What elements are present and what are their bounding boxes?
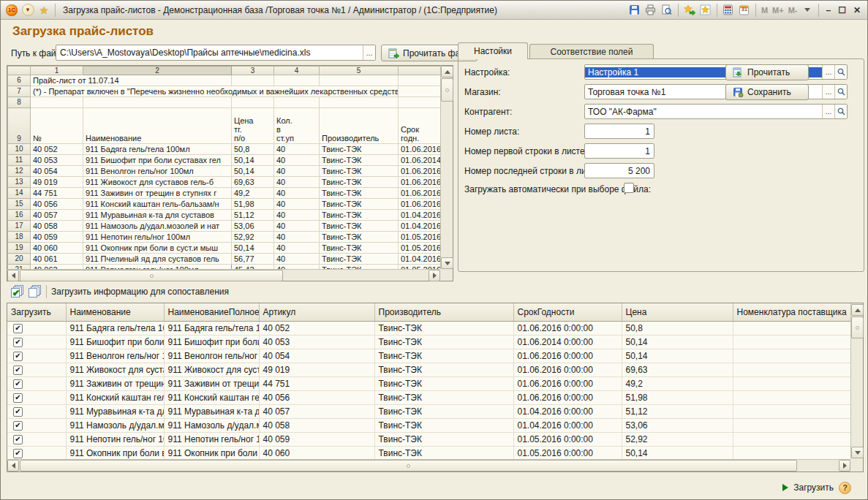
match-col-header[interactable]: Наименование bbox=[66, 303, 164, 321]
sheet-row-header[interactable]: 9 bbox=[8, 108, 31, 144]
match-cell-full_name[interactable]: 911 Бадяга гель/тела 100... bbox=[164, 321, 259, 335]
match-cell-name[interactable]: 911 Конский каштан гель... bbox=[66, 390, 164, 404]
sheet-cell[interactable]: Твинс-ТЭК bbox=[320, 243, 399, 254]
match-cell-expiry[interactable]: 01.06.2016 0:00:00 bbox=[513, 349, 622, 363]
sheet-cell[interactable] bbox=[232, 97, 274, 108]
match-cell-price[interactable]: 50,14 bbox=[622, 335, 733, 349]
sheet-cell[interactable]: Цена тг. п/о bbox=[232, 108, 274, 144]
sheet-cell[interactable]: 01.06.2016 bbox=[399, 199, 441, 210]
maximize-button[interactable]: ☐ bbox=[834, 5, 850, 15]
sheet-cell[interactable]: 40 053 bbox=[31, 155, 83, 166]
sheet-cell[interactable]: 911 Заживин от трещин в ступнях г bbox=[83, 188, 232, 199]
sheet-cell[interactable] bbox=[83, 97, 232, 108]
sheet-cell[interactable]: 01.04.2016 bbox=[399, 210, 441, 221]
match-col-header[interactable]: Цена bbox=[622, 303, 733, 321]
memory-m-button[interactable]: M bbox=[759, 6, 770, 15]
match-cell-manufacturer[interactable]: Твинс-ТЭК bbox=[374, 404, 513, 418]
sheet-cell[interactable]: Твинс-ТЭК bbox=[320, 221, 399, 232]
row-checkbox[interactable]: ✔ bbox=[13, 379, 23, 389]
match-cell-full_name[interactable]: 911 Окопник при боли в с... bbox=[164, 446, 259, 460]
sheet-cell[interactable]: 911 Муравьиная к-та для суставов bbox=[83, 210, 232, 221]
file-path-input[interactable]: C:\Users\A_Mostovaya\Desktop\Прайсы апте… bbox=[56, 45, 376, 61]
match-cell-full_name[interactable]: 911 Намозоль д/удал.мо... bbox=[164, 418, 259, 432]
sheet-cell[interactable]: Твинс-ТЭК bbox=[320, 155, 399, 166]
sheet-cell[interactable] bbox=[31, 97, 83, 108]
sheet-cell[interactable]: 40 bbox=[274, 144, 320, 155]
match-cell-expiry[interactable]: 01.04.2016 0:00:00 bbox=[513, 418, 622, 432]
sheet-cell[interactable]: Твинс-ТЭК bbox=[320, 177, 399, 188]
sheet-cell[interactable]: 01.06.2016 bbox=[399, 166, 441, 177]
match-cell-full_name[interactable]: 911 Бишофит при боли су... bbox=[164, 335, 259, 349]
match-cell-article[interactable]: 40 056 bbox=[259, 390, 374, 404]
price-list-spreadsheet[interactable]: 12345 6Прайс-лист от 11.07.147(*) - Преп… bbox=[7, 65, 453, 281]
match-cell-supplier_item[interactable] bbox=[733, 321, 850, 335]
scroll-down-button[interactable] bbox=[851, 447, 864, 458]
match-cell-full_name[interactable]: 911 Заживин от трещин в... bbox=[164, 376, 259, 390]
sheet-row-header[interactable]: 13 bbox=[8, 177, 31, 188]
row-checkbox[interactable]: ✔ bbox=[13, 324, 23, 333]
match-row[interactable]: ✔911 Муравьиная к-та для ...911 Муравьин… bbox=[7, 404, 850, 418]
sheet-cell[interactable]: Твинс-ТЭК bbox=[320, 188, 399, 199]
match-cell-expiry[interactable]: 01.06.2016 0:00:00 bbox=[513, 321, 622, 335]
row-checkbox[interactable]: ✔ bbox=[13, 421, 23, 431]
match-cell-supplier_item[interactable] bbox=[733, 432, 850, 446]
check-all-icon[interactable]: ✔ bbox=[11, 285, 24, 298]
sheet-cell[interactable]: 01.06.2016 bbox=[399, 188, 441, 199]
contractor-lookup-button[interactable] bbox=[834, 105, 847, 118]
app-1c-icon[interactable]: 1С bbox=[4, 3, 19, 18]
sheet-corner-cell[interactable] bbox=[8, 67, 31, 75]
sheet-cell[interactable]: 40 bbox=[274, 254, 320, 265]
sheet-cell[interactable] bbox=[320, 97, 399, 108]
sheet-cell[interactable]: Твинс-ТЭК bbox=[320, 232, 399, 243]
scroll-right-button[interactable] bbox=[429, 270, 440, 281]
sheet-cell[interactable]: 911 Окопник при боли в суст.и мыш bbox=[83, 243, 232, 254]
sheet-col-header-6[interactable] bbox=[399, 67, 441, 75]
sheet-cell[interactable]: 40 054 bbox=[31, 166, 83, 177]
match-cell-full_name[interactable]: 911 Венолгон гель/ног 10... bbox=[164, 349, 259, 363]
setting-lookup-button[interactable] bbox=[834, 65, 847, 79]
match-row[interactable]: ✔911 Венолгон гель/ног 10...911 Венолгон… bbox=[7, 349, 850, 363]
sheet-cell[interactable]: Твинс-ТЭК bbox=[320, 254, 399, 265]
sheet-cell[interactable]: 40 058 bbox=[31, 221, 83, 232]
match-cell-manufacturer[interactable]: Твинс-ТЭК bbox=[374, 390, 513, 404]
add-favorite-icon[interactable] bbox=[682, 3, 697, 18]
sheet-cell[interactable]: 01.06.2014 bbox=[399, 155, 441, 166]
sheet-cell[interactable]: 911 Бадяга гель/тела 100мл bbox=[83, 144, 232, 155]
match-row[interactable]: ✔911 Живокост для сустав...911 Живокост … bbox=[7, 363, 850, 376]
match-cell-article[interactable]: 40 057 bbox=[259, 404, 374, 418]
sheet-cell[interactable]: 911 Живокост для суставов гель-б bbox=[83, 177, 232, 188]
sheet-cell[interactable]: 911 Бишофит при боли суставах гел bbox=[83, 155, 232, 166]
scroll-thumb[interactable] bbox=[20, 460, 797, 471]
sheet-cell[interactable]: 40 060 bbox=[31, 243, 83, 254]
sheet-cell[interactable]: 40 052 bbox=[31, 144, 83, 155]
row-checkbox[interactable]: ✔ bbox=[13, 338, 23, 347]
sheet-cell[interactable]: 40 bbox=[274, 199, 320, 210]
match-cell-expiry[interactable]: 01.06.2016 0:00:00 bbox=[513, 390, 622, 404]
match-horizontal-scrollbar[interactable] bbox=[7, 459, 850, 471]
save-icon[interactable] bbox=[627, 3, 642, 18]
sheet-cell[interactable]: 01.06.2016 bbox=[399, 144, 441, 155]
scroll-left-button[interactable] bbox=[7, 270, 19, 281]
calculator-icon[interactable] bbox=[721, 3, 736, 18]
scroll-thumb[interactable] bbox=[20, 270, 283, 281]
scroll-thumb[interactable] bbox=[851, 317, 864, 338]
sheet-cell[interactable]: 911 Венолгон гель/ног 100мл bbox=[83, 166, 232, 177]
tab-field-mapping[interactable]: Соответствие полей bbox=[529, 44, 654, 59]
sheet-row-header[interactable]: 15 bbox=[8, 199, 31, 210]
sheet-vertical-scrollbar[interactable] bbox=[440, 66, 453, 269]
match-cell-price[interactable]: 52,92 bbox=[622, 432, 733, 446]
sheet-cell[interactable]: 40 057 bbox=[31, 210, 83, 221]
sheet-cell[interactable]: 40 bbox=[274, 243, 320, 254]
sheet-cell[interactable]: № bbox=[31, 108, 83, 144]
sheet-cell[interactable]: Твинс-ТЭК bbox=[320, 210, 399, 221]
sheet-cell[interactable]: 40 bbox=[274, 177, 320, 188]
sheet-cell[interactable]: 51,12 bbox=[232, 210, 274, 221]
scroll-up-button[interactable] bbox=[851, 304, 864, 316]
store-lookup-button[interactable] bbox=[834, 85, 847, 99]
toolbar-overflow-icon[interactable] bbox=[800, 3, 815, 18]
sheet-cell[interactable] bbox=[399, 97, 441, 108]
sheet-cell[interactable]: 40 bbox=[274, 166, 320, 177]
sheet-row-header[interactable]: 7 bbox=[8, 86, 31, 97]
sheet-row-header[interactable]: 17 bbox=[8, 221, 31, 232]
sheet-cell[interactable]: 50,14 bbox=[232, 243, 274, 254]
